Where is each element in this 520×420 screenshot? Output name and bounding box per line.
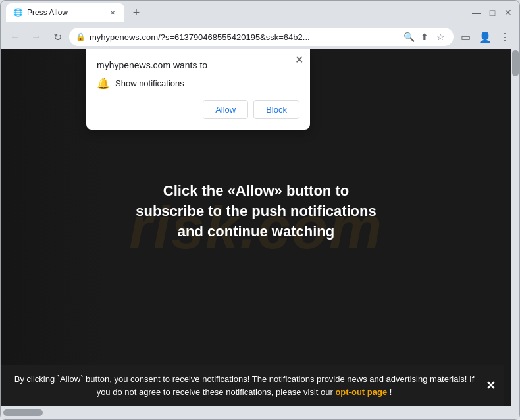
browser-viewport: risk.com Click the «Allow» button to sub… xyxy=(1,49,519,419)
tab-close-button[interactable]: ✕ xyxy=(107,7,118,18)
search-icon[interactable]: 🔍 xyxy=(402,30,415,43)
popup-title: myhypenews.com wants to xyxy=(97,60,299,70)
window-controls: — □ ✕ xyxy=(471,7,514,18)
browser-window: 🌐 Press Allow ✕ + — □ ✕ ← → ↻ 🔒 myhypene… xyxy=(0,0,520,420)
consent-bar: By clicking `Allow` button, you consent … xyxy=(1,365,504,406)
forward-button[interactable]: → xyxy=(27,28,45,46)
minimize-button[interactable]: — xyxy=(471,7,482,18)
bookmark-icon[interactable]: ☆ xyxy=(434,30,447,43)
scrollbar-thumb[interactable] xyxy=(512,50,519,76)
address-action-icons: 🔍 ⬆ ☆ xyxy=(402,30,447,43)
horizontal-scrollbar[interactable] xyxy=(1,406,519,419)
vertical-scrollbar[interactable] xyxy=(511,49,519,419)
consent-bar-close[interactable]: ✕ xyxy=(486,377,496,394)
refresh-button[interactable]: ↻ xyxy=(48,28,66,46)
tab-strip: 🌐 Press Allow ✕ + xyxy=(6,3,468,22)
notification-permission-popup: ✕ myhypenews.com wants to 🔔 Show notific… xyxy=(86,49,310,130)
consent-text-suffix: ! xyxy=(390,387,392,397)
navigation-bar: ← → ↻ 🔒 myhypenews.com/?s=61379046855542… xyxy=(1,24,519,49)
menu-icon[interactable]: ⋮ xyxy=(496,28,514,46)
profile-icon[interactable]: 👤 xyxy=(476,28,494,46)
tab-title: Press Allow xyxy=(27,8,103,17)
back-button[interactable]: ← xyxy=(6,28,24,46)
popup-close-button[interactable]: ✕ xyxy=(295,55,303,65)
opt-out-link[interactable]: opt-out page xyxy=(335,387,387,397)
consent-text: By clicking `Allow` button, you consent … xyxy=(14,374,475,397)
popup-buttons: Allow Block xyxy=(97,100,299,119)
tab-favicon: 🌐 xyxy=(13,7,23,18)
active-tab[interactable]: 🌐 Press Allow ✕ xyxy=(6,3,124,22)
address-bar[interactable]: 🔒 myhypenews.com/?s=613790468555420195&s… xyxy=(69,28,454,46)
popup-permission-row: 🔔 Show notifications xyxy=(97,77,299,90)
close-button[interactable]: ✕ xyxy=(502,7,514,18)
bell-icon: 🔔 xyxy=(97,77,110,90)
h-scrollbar-thumb[interactable] xyxy=(3,409,43,416)
block-button[interactable]: Block xyxy=(253,100,299,119)
maximize-button[interactable]: □ xyxy=(486,7,498,18)
permission-label: Show notifications xyxy=(115,78,184,88)
main-page-text: Click the «Allow» button to subscribe to… xyxy=(128,181,384,242)
url-text: myhypenews.com/?s=613790468555420195&ssk… xyxy=(90,32,398,42)
share-icon[interactable]: ⬆ xyxy=(418,30,431,43)
browser-action-icons: ▭ 👤 ⋮ xyxy=(456,28,514,46)
lock-icon: 🔒 xyxy=(76,32,86,41)
sidebar-icon[interactable]: ▭ xyxy=(456,28,475,46)
title-bar: 🌐 Press Allow ✕ + — □ ✕ xyxy=(1,1,519,24)
allow-button[interactable]: Allow xyxy=(203,100,248,119)
new-tab-button[interactable]: + xyxy=(127,3,145,22)
